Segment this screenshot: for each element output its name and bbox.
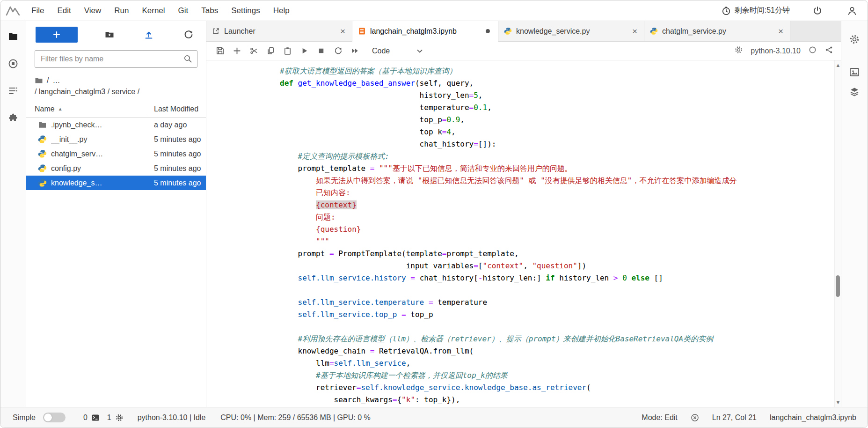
user-menu-button[interactable] (845, 4, 859, 18)
code-line[interactable]: search_kwargs={"k": top_k}), (280, 394, 834, 406)
add-cell-button[interactable] (230, 44, 244, 58)
tab[interactable]: knowledge_service.py × (498, 21, 644, 41)
breadcrumb-path[interactable]: / langchain_chatglm3 / service / (35, 88, 197, 96)
cell-type-dropdown[interactable]: Code (372, 47, 423, 55)
kernel-settings-button[interactable] (734, 45, 743, 56)
code-line[interactable]: def get_knowledge_based_answer(self, que… (280, 77, 834, 89)
file-modified: a day ago (133, 121, 187, 129)
code-line[interactable]: prompt_template = """基于以下已知信息，简洁和专业的来回答用… (280, 162, 834, 175)
code-line[interactable]: retriever=self.knowledge_service.knowled… (280, 382, 834, 394)
editor-scrollbar[interactable]: ▲ ▼ (834, 60, 841, 407)
scrollbar-thumb[interactable] (836, 275, 840, 297)
menu-item-git[interactable]: Git (172, 0, 195, 21)
code-line[interactable]: #获取大语言模型返回的答案（基于本地知识库查询） (280, 65, 834, 77)
tab[interactable]: Launcher × (206, 21, 352, 41)
refresh-button[interactable] (181, 27, 197, 43)
tab-close-icon[interactable]: × (630, 26, 639, 37)
file-row[interactable]: config.py 5 minutes ago (26, 161, 206, 176)
layers-icon (849, 86, 860, 97)
cut-cells-button[interactable] (247, 44, 261, 58)
terminals-count[interactable]: 0 (83, 413, 100, 422)
menu-item-tabs[interactable]: Tabs (195, 0, 225, 21)
scroll-up-arrow[interactable]: ▲ (835, 61, 841, 69)
sidebar-tab-extensions[interactable] (6, 111, 20, 125)
tab[interactable]: langchain_chatglm3.ipynb (352, 21, 498, 42)
code-line[interactable]: top_k=4, (280, 126, 834, 138)
menu-item-run[interactable]: Run (108, 0, 135, 21)
code-line[interactable]: top_p=0.9, (280, 114, 834, 126)
code-line[interactable]: #定义查询的提示模板格式: (280, 150, 834, 162)
column-header-modified[interactable]: Last Modified (149, 105, 206, 113)
simple-mode-toggle[interactable] (43, 413, 66, 422)
code-line[interactable]: knowledge_chain = RetrievalQA.from_llm( (280, 345, 834, 357)
code-line[interactable]: 已知内容: (280, 187, 834, 199)
code-line[interactable] (280, 321, 834, 333)
upload-button[interactable] (141, 27, 157, 43)
menu-item-view[interactable]: View (78, 0, 108, 21)
code-line[interactable]: #利用预先存在的语言模型（llm）、检索器（retriever）、提示（prom… (280, 333, 834, 345)
menu-item-settings[interactable]: Settings (225, 0, 266, 21)
run-cell-button[interactable] (297, 44, 311, 58)
paste-cells-button[interactable] (280, 44, 294, 58)
menu-item-file[interactable]: File (25, 0, 51, 21)
code-line[interactable]: self.llm_service.temperature = temperatu… (280, 296, 834, 309)
code-line[interactable]: prompt = PromptTemplate(template=prompt_… (280, 248, 834, 260)
code-line[interactable]: #基于本地知识库构建一个检索器，并仅返回top_k的结果 (280, 369, 834, 382)
code-line[interactable]: chat_history=[]): (280, 138, 834, 150)
code-line[interactable]: history_len=5, (280, 89, 834, 102)
kernel-status[interactable]: python-3.10.10 | Idle (138, 413, 206, 422)
kernel-name[interactable]: python-3.10.10 (751, 47, 801, 55)
restart-kernel-button[interactable] (331, 44, 345, 58)
share-button[interactable] (824, 45, 833, 56)
main-area: Launcher × langchain_chatglm3.ipynb know… (206, 21, 841, 407)
file-row[interactable]: knowledge_s… 5 minutes ago (26, 176, 206, 190)
code-line[interactable]: self.llm_service.top_p = top_p (280, 309, 834, 321)
tab-close-icon[interactable]: × (776, 26, 785, 37)
column-header-name[interactable]: Name ▲ (26, 105, 149, 113)
file-row[interactable]: __init__.py 5 minutes ago (26, 132, 206, 147)
tab-close-icon[interactable]: × (338, 26, 347, 37)
code-line[interactable]: self.llm_service.history = chat_history[… (280, 272, 834, 284)
file-row[interactable]: chatglm_serv… 5 minutes ago (26, 147, 206, 161)
code-line[interactable]: {question} (280, 223, 834, 236)
run-icon (300, 46, 309, 55)
layers-tab[interactable] (847, 85, 861, 99)
breadcrumb-root[interactable]: / (47, 76, 49, 85)
code-line[interactable]: temperature=0.1, (280, 102, 834, 114)
save-button[interactable] (213, 44, 227, 58)
code-line[interactable] (280, 284, 834, 296)
shutdown-button[interactable] (810, 4, 824, 18)
sidebar-tab-running[interactable] (6, 57, 20, 71)
notifications-icon[interactable] (691, 413, 699, 422)
code-line[interactable]: 如果无法从中得到答案，请说 "根据已知信息无法回答该问题" 或 "没有提供足够的… (280, 175, 834, 187)
cursor-position[interactable]: Ln 27, Col 21 (712, 413, 757, 422)
kernels-count[interactable]: 1 (107, 413, 124, 422)
code-line[interactable]: """ (280, 236, 834, 248)
menu-item-edit[interactable]: Edit (51, 0, 77, 21)
scroll-down-arrow[interactable]: ▼ (835, 398, 841, 406)
code-line[interactable]: llm=self.llm_service, (280, 357, 834, 369)
new-launcher-button[interactable] (36, 27, 78, 43)
kernel-status-indicator[interactable] (808, 45, 817, 56)
sidebar-tab-files[interactable] (6, 30, 20, 44)
copy-cells-button[interactable] (263, 44, 277, 58)
file-row[interactable]: .ipynb_check… a day ago (26, 118, 206, 132)
code-line[interactable]: {context} (280, 199, 834, 211)
settings-button[interactable] (847, 32, 861, 46)
tab-dirty-dot[interactable] (486, 29, 490, 33)
code-line[interactable]: input_variables=["context", "question"]) (280, 260, 834, 272)
notebook-editor[interactable]: #获取大语言模型返回的答案（基于本地知识库查询）def get_knowledg… (206, 60, 841, 407)
interrupt-kernel-button[interactable] (314, 44, 328, 58)
editor-mode[interactable]: Mode: Edit (642, 413, 677, 422)
menu-item-help[interactable]: Help (267, 0, 296, 21)
home-folder-icon[interactable] (35, 76, 43, 85)
code-line[interactable]: 问题: (280, 211, 834, 223)
new-folder-button[interactable] (102, 27, 117, 43)
sidebar-tab-toc[interactable] (6, 84, 20, 98)
menu-item-kernel[interactable]: Kernel (135, 0, 171, 21)
restart-run-all-button[interactable] (348, 44, 362, 58)
breadcrumb-ellipsis[interactable]: … (52, 76, 60, 85)
property-inspector-tab[interactable] (847, 65, 861, 79)
file-filter-input[interactable] (35, 50, 197, 68)
tab[interactable]: chatglm_service.py × (644, 21, 790, 41)
